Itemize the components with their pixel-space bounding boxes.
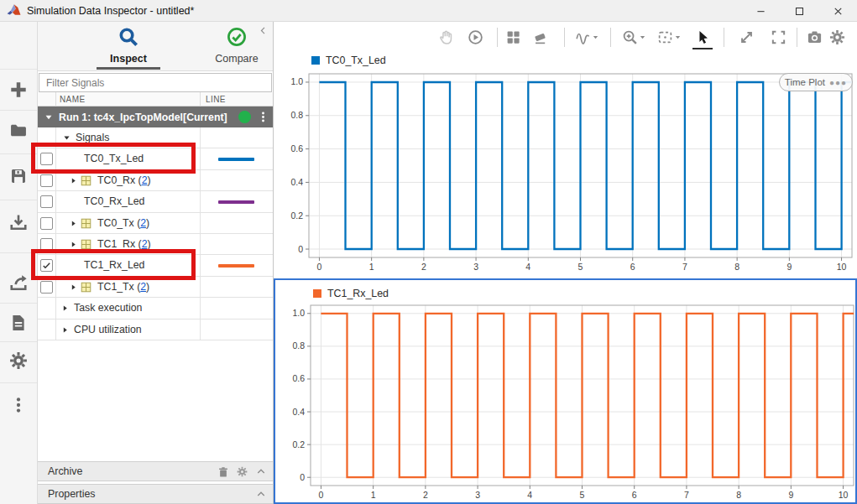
preferences-button[interactable] bbox=[0, 342, 37, 379]
create-report-button[interactable] bbox=[0, 304, 37, 341]
group-row-signals[interactable]: Signals bbox=[38, 127, 273, 148]
expander-right-icon[interactable] bbox=[70, 177, 77, 184]
element-count-link[interactable]: 2 bbox=[140, 217, 146, 229]
close-button[interactable] bbox=[818, 0, 857, 22]
archive-delete-button[interactable] bbox=[217, 466, 229, 481]
triangle-down-icon bbox=[63, 134, 71, 142]
badge-label: Time Plot bbox=[785, 77, 825, 87]
line-style-swatch[interactable] bbox=[218, 200, 254, 204]
table-row-tc0-tx[interactable]: TC0_Tx (2) bbox=[38, 213, 273, 234]
chevron-up-icon bbox=[256, 489, 266, 499]
expander-right-icon[interactable] bbox=[61, 326, 69, 334]
minimize-button[interactable] bbox=[741, 0, 780, 22]
line-style-swatch[interactable] bbox=[218, 158, 254, 161]
properties-collapse-button[interactable] bbox=[256, 489, 266, 501]
plot-tc0-tx-led[interactable]: TC0_Tx_Led01234567891000.20.40.60.81.0Ti… bbox=[274, 52, 857, 278]
expander-right-icon[interactable] bbox=[61, 304, 69, 312]
run-header-row[interactable]: Run 1: tc4x_IpcTopModel[Current] bbox=[38, 107, 273, 127]
filter-signals-input[interactable] bbox=[39, 73, 272, 92]
trash-icon bbox=[217, 466, 229, 478]
line-style-swatch[interactable] bbox=[218, 264, 254, 268]
more-options-button[interactable] bbox=[0, 387, 37, 423]
signal-checkbox[interactable] bbox=[40, 217, 53, 230]
new-button[interactable] bbox=[0, 71, 37, 108]
tab-compare[interactable]: Compare bbox=[191, 25, 283, 71]
expander-right-icon[interactable] bbox=[70, 283, 77, 291]
maximize-plot-button[interactable] bbox=[767, 26, 789, 48]
pan-button[interactable] bbox=[435, 26, 457, 48]
expand-button[interactable] bbox=[735, 26, 757, 48]
subplot-layout-button[interactable] bbox=[502, 26, 524, 48]
zoom-button[interactable] bbox=[619, 26, 640, 48]
visualization-settings-button[interactable] bbox=[826, 26, 848, 48]
triangle-down-icon bbox=[44, 113, 53, 122]
selected-tool-underline bbox=[692, 48, 713, 49]
run-label: Run 1: tc4x_IpcTopModel[Current] bbox=[59, 112, 227, 123]
maximize-button[interactable] bbox=[780, 0, 818, 22]
table-row-cpu-utilization[interactable]: CPU utilization bbox=[38, 320, 273, 340]
element-count-link[interactable]: 2 bbox=[142, 238, 148, 250]
fit-to-view-button[interactable] bbox=[654, 26, 676, 48]
signal-checkbox[interactable] bbox=[40, 281, 53, 294]
archive-collapse-button[interactable] bbox=[256, 466, 266, 479]
tab-inspect-label: Inspect bbox=[82, 53, 175, 65]
replay-button[interactable] bbox=[464, 26, 486, 48]
grid-bus-icon bbox=[81, 218, 91, 229]
table-row-tc0-rx[interactable]: TC0_Rx (2) bbox=[38, 170, 273, 191]
collapse-sidebar-button[interactable] bbox=[259, 25, 268, 38]
properties-section-header[interactable]: Properties bbox=[38, 484, 273, 504]
legend-swatch bbox=[313, 289, 321, 298]
signal-checkbox[interactable] bbox=[40, 259, 53, 272]
signal-checkbox[interactable] bbox=[40, 195, 53, 208]
save-button[interactable] bbox=[0, 158, 37, 195]
archive-section-header[interactable]: Archive bbox=[38, 461, 273, 481]
archive-settings-button[interactable] bbox=[237, 466, 248, 480]
time-plot-badge[interactable]: Time Plot●●● bbox=[779, 73, 853, 91]
signal-checkbox[interactable] bbox=[40, 153, 53, 165]
export-button[interactable] bbox=[0, 264, 37, 301]
import-icon bbox=[9, 213, 28, 231]
open-button[interactable] bbox=[0, 112, 37, 148]
run-expander-icon[interactable] bbox=[44, 113, 53, 122]
svg-text:4: 4 bbox=[525, 262, 530, 272]
save-icon bbox=[9, 167, 28, 185]
title-bar: Simulation Data Inspector - untitled* bbox=[0, 0, 857, 22]
signal-checkbox[interactable] bbox=[40, 174, 53, 187]
caret-down-icon[interactable] bbox=[639, 34, 646, 41]
expander-right-icon[interactable] bbox=[70, 220, 77, 227]
table-row-tc1-rx[interactable]: TC1_Rx (2) bbox=[38, 234, 273, 255]
replay-icon bbox=[468, 29, 483, 45]
plot-tc1-rx-led[interactable]: TC1_Rx_Led01234567891000.20.40.60.81.0 bbox=[274, 278, 857, 504]
signal-display-button[interactable] bbox=[572, 26, 593, 48]
caret-down-icon[interactable] bbox=[592, 34, 599, 41]
table-row-tc1-tx[interactable]: TC1_Tx (2) bbox=[38, 277, 273, 298]
table-row-tc1-rx-led[interactable]: TC1_Rx_Led bbox=[38, 255, 273, 276]
import-button[interactable] bbox=[0, 204, 37, 241]
caret-down-icon[interactable] bbox=[674, 34, 682, 41]
snapshot-button[interactable] bbox=[803, 26, 825, 48]
expander-down-icon[interactable] bbox=[63, 134, 71, 142]
badge-menu-dots-icon[interactable]: ●●● bbox=[829, 78, 847, 87]
run-menu-button[interactable] bbox=[250, 111, 269, 126]
table-row-tc0-tx-led[interactable]: TC0_Tx_Led bbox=[38, 148, 273, 169]
element-count-link[interactable]: 2 bbox=[140, 281, 146, 293]
minimize-icon bbox=[755, 6, 766, 17]
plot-canvas[interactable]: 01234567891000.20.40.60.81.0 bbox=[275, 280, 857, 504]
grid-bus-icon bbox=[81, 239, 91, 250]
pointer-button[interactable] bbox=[692, 26, 713, 48]
column-divider bbox=[200, 127, 201, 340]
table-row-tc0-rx-led[interactable]: TC0_Rx_Led bbox=[38, 191, 273, 212]
tab-inspect[interactable]: Inspect bbox=[82, 25, 175, 71]
expander-right-icon[interactable] bbox=[70, 241, 77, 248]
svg-text:3: 3 bbox=[475, 490, 480, 500]
caret-down-icon bbox=[674, 34, 682, 41]
clear-plots-button[interactable] bbox=[529, 26, 551, 48]
trash-icon bbox=[217, 466, 229, 478]
legend-label: TC0_Tx_Led bbox=[326, 55, 386, 66]
table-row-task-execution[interactable]: Task execution bbox=[38, 298, 273, 319]
svg-text:10: 10 bbox=[837, 262, 847, 272]
plot-toolbar bbox=[274, 22, 857, 52]
signal-checkbox[interactable] bbox=[40, 238, 53, 251]
plot-canvas[interactable]: 01234567891000.20.40.60.81.0 bbox=[274, 52, 857, 278]
element-count-link[interactable]: 2 bbox=[142, 174, 148, 186]
